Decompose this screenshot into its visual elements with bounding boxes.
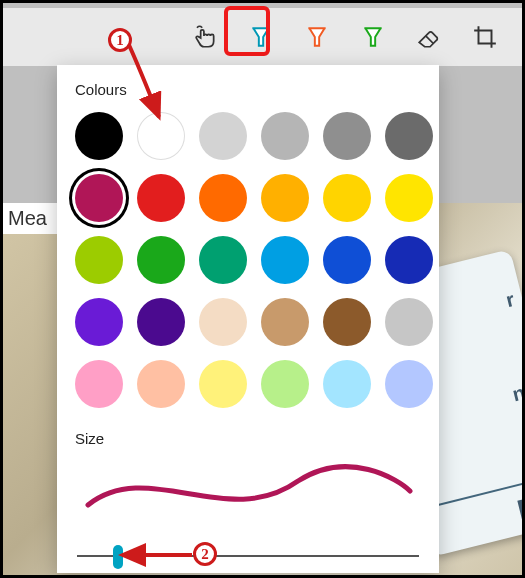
colour-swatch[interactable] xyxy=(137,112,185,160)
colour-swatch[interactable] xyxy=(199,174,247,222)
slider-track xyxy=(77,555,419,557)
eraser-tool[interactable] xyxy=(412,20,446,54)
colour-swatch[interactable] xyxy=(137,360,185,408)
colour-swatch[interactable] xyxy=(385,360,433,408)
slider-thumb[interactable] xyxy=(113,545,123,569)
colour-swatch[interactable] xyxy=(261,174,309,222)
colour-swatch[interactable] xyxy=(137,174,185,222)
touch-write-tool[interactable] xyxy=(188,20,222,54)
annotation-toolbar xyxy=(3,8,522,66)
colour-swatch[interactable] xyxy=(199,298,247,346)
colour-swatch[interactable] xyxy=(75,236,123,284)
stroke-preview xyxy=(75,461,421,515)
colour-swatch[interactable] xyxy=(385,112,433,160)
colour-swatch[interactable] xyxy=(199,236,247,284)
colour-swatch-grid xyxy=(75,112,421,408)
colour-swatch[interactable] xyxy=(75,174,123,222)
pen-settings-popup: Colours Size xyxy=(57,65,439,573)
highlighter-tool[interactable] xyxy=(356,20,390,54)
colour-swatch[interactable] xyxy=(385,298,433,346)
pen-tool[interactable] xyxy=(244,20,278,54)
colour-swatch[interactable] xyxy=(199,360,247,408)
callout-1: 1 xyxy=(108,28,132,52)
colour-swatch[interactable] xyxy=(75,112,123,160)
colour-swatch[interactable] xyxy=(385,236,433,284)
colour-swatch[interactable] xyxy=(323,112,371,160)
colour-swatch[interactable] xyxy=(261,236,309,284)
colour-swatch[interactable] xyxy=(137,298,185,346)
colour-swatch[interactable] xyxy=(323,360,371,408)
colour-swatch[interactable] xyxy=(323,298,371,346)
colours-heading: Colours xyxy=(75,81,421,98)
colour-swatch[interactable] xyxy=(323,174,371,222)
callout-2: 2 xyxy=(193,542,217,566)
size-heading: Size xyxy=(75,430,421,447)
colour-swatch[interactable] xyxy=(75,298,123,346)
pencil-tool[interactable] xyxy=(300,20,334,54)
colour-swatch[interactable] xyxy=(323,236,371,284)
colour-swatch[interactable] xyxy=(385,174,433,222)
colour-swatch[interactable] xyxy=(75,360,123,408)
colour-swatch[interactable] xyxy=(261,298,309,346)
colour-swatch[interactable] xyxy=(199,112,247,160)
colour-swatch[interactable] xyxy=(261,360,309,408)
size-slider[interactable] xyxy=(75,537,421,567)
colour-swatch[interactable] xyxy=(261,112,309,160)
colour-swatch[interactable] xyxy=(137,236,185,284)
crop-tool[interactable] xyxy=(468,20,502,54)
bg-text: Mea xyxy=(3,203,57,234)
active-tool-indicator xyxy=(231,53,263,56)
